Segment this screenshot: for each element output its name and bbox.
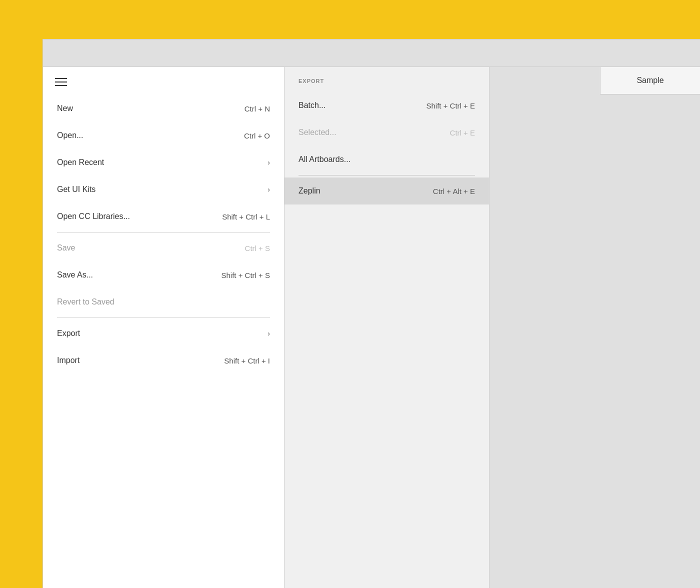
menu-item-get-ui-kits[interactable]: Get UI Kits › xyxy=(43,176,284,203)
export-item-selected[interactable]: Selected... Ctrl + E xyxy=(284,119,489,146)
menu-divider-2 xyxy=(57,318,270,318)
export-item-zeplin[interactable]: Zeplin Ctrl + Alt + E xyxy=(284,178,489,204)
menu-item-import[interactable]: Import Shift + Ctrl + I xyxy=(43,347,284,374)
menu-item-new-label: New xyxy=(57,104,73,113)
menu-item-open-shortcut: Ctrl + O xyxy=(244,132,270,140)
export-item-all-artboards[interactable]: All Artboards... xyxy=(284,146,489,173)
export-item-zeplin-label: Zeplin xyxy=(298,186,320,196)
export-item-batch-label: Batch... xyxy=(298,101,326,110)
content-area: New Ctrl + N Open... Ctrl + O Open Recen… xyxy=(43,67,700,588)
title-bar xyxy=(43,40,700,67)
menu-item-save-as-label: Save As... xyxy=(57,270,93,280)
hamburger-line-3 xyxy=(55,85,67,86)
menu-item-save[interactable]: Save Ctrl + S xyxy=(43,234,284,262)
main-menu: New Ctrl + N Open... Ctrl + O Open Recen… xyxy=(43,67,284,588)
menu-item-new[interactable]: New Ctrl + N xyxy=(43,95,284,122)
menu-item-revert-to-saved[interactable]: Revert to Saved xyxy=(43,288,284,316)
menu-item-open-cc-libraries[interactable]: Open CC Libraries... Shift + Ctrl + L xyxy=(43,203,284,230)
export-divider-1 xyxy=(298,175,475,176)
menu-item-open-recent-label: Open Recent xyxy=(57,158,104,167)
export-item-batch[interactable]: Batch... Shift + Ctrl + E xyxy=(284,92,489,119)
export-item-selected-label: Selected... xyxy=(298,128,336,137)
menu-item-revert-to-saved-label: Revert to Saved xyxy=(57,298,114,306)
export-item-batch-shortcut: Shift + Ctrl + E xyxy=(426,102,475,110)
export-item-selected-shortcut: Ctrl + E xyxy=(450,128,475,137)
hamburger-icon[interactable] xyxy=(55,78,272,86)
menu-item-new-shortcut: Ctrl + N xyxy=(244,104,270,113)
export-submenu-header: EXPORT xyxy=(284,67,489,92)
menu-item-open-recent[interactable]: Open Recent › xyxy=(43,149,284,176)
menu-item-save-shortcut: Ctrl + S xyxy=(245,244,270,252)
hamburger-line-1 xyxy=(55,78,67,79)
window-container: New Ctrl + N Open... Ctrl + O Open Recen… xyxy=(42,39,700,588)
get-ui-kits-arrow-icon: › xyxy=(268,186,270,194)
menu-item-save-as-shortcut: Shift + Ctrl + S xyxy=(221,271,270,280)
menu-item-import-label: Import xyxy=(57,356,80,365)
menu-items-list: New Ctrl + N Open... Ctrl + O Open Recen… xyxy=(43,95,284,374)
open-recent-arrow-icon: › xyxy=(268,158,270,166)
export-item-zeplin-shortcut: Ctrl + Alt + E xyxy=(433,187,475,196)
menu-item-open[interactable]: Open... Ctrl + O xyxy=(43,122,284,149)
menu-item-save-as[interactable]: Save As... Shift + Ctrl + S xyxy=(43,262,284,288)
right-panel: Sample xyxy=(490,67,700,588)
menu-item-open-cc-libraries-shortcut: Shift + Ctrl + L xyxy=(222,212,270,221)
hamburger-line-2 xyxy=(55,82,67,82)
menu-item-open-label: Open... xyxy=(57,131,83,140)
menu-item-import-shortcut: Shift + Ctrl + I xyxy=(224,356,270,365)
menu-item-get-ui-kits-label: Get UI Kits xyxy=(57,185,96,194)
export-submenu: EXPORT Batch... Shift + Ctrl + E Selecte… xyxy=(284,67,490,588)
menu-item-export[interactable]: Export › xyxy=(43,320,284,347)
menu-item-open-cc-libraries-label: Open CC Libraries... xyxy=(57,212,130,221)
menu-divider-1 xyxy=(57,232,270,232)
menu-item-export-label: Export xyxy=(57,329,80,338)
sample-tab[interactable]: Sample xyxy=(600,67,700,94)
menu-item-save-label: Save xyxy=(57,244,75,252)
export-item-all-artboards-label: All Artboards... xyxy=(298,155,350,164)
menu-header[interactable] xyxy=(43,67,284,95)
export-arrow-icon: › xyxy=(268,330,270,338)
